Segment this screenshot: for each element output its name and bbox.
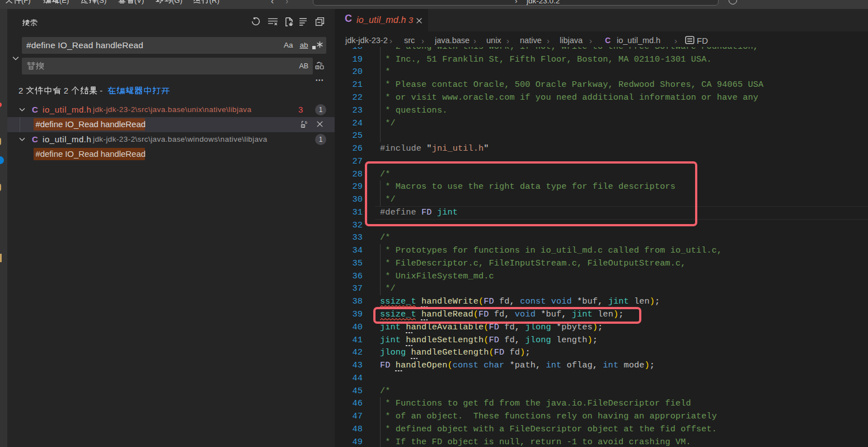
svg-text:b: b — [320, 62, 322, 66]
svg-text:c: c — [316, 65, 318, 69]
svg-text:c: c — [302, 124, 304, 128]
svg-text:b: b — [305, 120, 307, 124]
